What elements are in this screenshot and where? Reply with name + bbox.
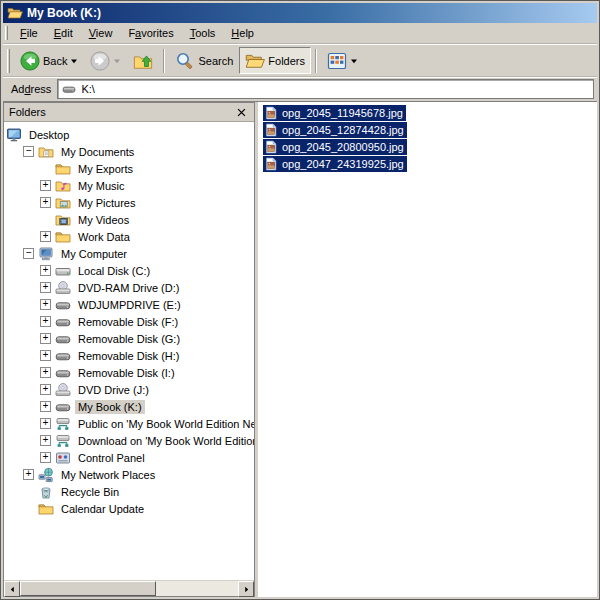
tree-expander[interactable]: +: [40, 265, 51, 276]
tree-item-public-on-my-book-world-edition-networ[interactable]: +Public on 'My Book World Edition Networ: [4, 415, 254, 432]
tree-item-my-videos[interactable]: My Videos: [4, 211, 254, 228]
tree-item-my-documents[interactable]: −My Documents: [4, 143, 254, 160]
optical-drive-icon: [55, 382, 71, 398]
control-panel-icon: [55, 450, 71, 466]
tree-item-download-on-my-book-world-edition-ne[interactable]: +Download on 'My Book World Edition Ne: [4, 432, 254, 449]
menu-file[interactable]: File: [12, 24, 46, 42]
tree-item-label: Calendar Update: [58, 502, 147, 516]
removable-disk-icon: [55, 399, 71, 415]
tree-item-label: Local Disk (C:): [75, 264, 153, 278]
views-button[interactable]: [321, 47, 364, 74]
title-bar: My Book (K:): [3, 3, 597, 23]
tree-expander[interactable]: +: [40, 435, 51, 446]
tree-expander[interactable]: +: [40, 401, 51, 412]
file-item[interactable]: opg_2045_12874428.jpg: [263, 122, 407, 138]
tree-expander[interactable]: −: [23, 146, 34, 157]
search-button[interactable]: Search: [169, 47, 239, 74]
tree-item-desktop[interactable]: Desktop: [4, 126, 254, 143]
back-button[interactable]: Back: [14, 47, 84, 74]
up-icon: [133, 51, 153, 71]
up-button[interactable]: [127, 47, 159, 74]
tree-expander[interactable]: +: [40, 350, 51, 361]
folders-button[interactable]: Folders: [239, 47, 311, 74]
tree-item-my-network-places[interactable]: +My Network Places: [4, 466, 254, 483]
address-input[interactable]: K:\: [57, 79, 594, 99]
tree-item-calendar-update[interactable]: Calendar Update: [4, 500, 254, 517]
folders-icon: [245, 51, 265, 71]
menu-favorites[interactable]: Favorites: [120, 24, 181, 42]
tree-expander[interactable]: +: [40, 367, 51, 378]
tree-item-my-computer[interactable]: −My Computer: [4, 245, 254, 262]
views-button-dropdown[interactable]: [350, 57, 358, 65]
network-drive-icon: [55, 416, 71, 432]
tree-expander[interactable]: +: [23, 469, 34, 480]
tree-expander[interactable]: +: [40, 231, 51, 242]
optical-drive-icon: [55, 280, 71, 296]
removable-disk-icon: [55, 348, 71, 364]
menu-grip[interactable]: [5, 26, 8, 40]
tree-expander[interactable]: +: [40, 384, 51, 395]
tree-item-removable-disk-g[interactable]: +Removable Disk (G:): [4, 330, 254, 347]
folders-pane-title: Folders: [9, 106, 46, 118]
forward-icon: [90, 51, 110, 71]
views-icon: [327, 51, 347, 71]
tree-item-removable-disk-i[interactable]: +Removable Disk (I:): [4, 364, 254, 381]
folder-documents-icon: [38, 144, 54, 160]
menu-tools[interactable]: Tools: [182, 24, 224, 42]
back-button-label: Back: [43, 55, 67, 67]
tree-item-label: Download on 'My Book World Edition Ne: [75, 434, 254, 448]
tree-item-work-data[interactable]: +Work Data: [4, 228, 254, 245]
tree-expander[interactable]: +: [40, 452, 51, 463]
scrollbar-thumb[interactable]: [20, 581, 156, 596]
close-icon[interactable]: [233, 105, 249, 119]
file-item[interactable]: opg_2047_24319925.jpg: [263, 156, 407, 172]
back-button-dropdown[interactable]: [70, 57, 78, 65]
scrollbar-track[interactable]: [156, 581, 238, 596]
tree-expander[interactable]: +: [40, 299, 51, 310]
tree-expander[interactable]: +: [40, 197, 51, 208]
tree-item-control-panel[interactable]: +Control Panel: [4, 449, 254, 466]
removable-disk-icon: [55, 314, 71, 330]
toolbar-grip[interactable]: [7, 49, 10, 73]
scroll-right-button[interactable]: [238, 581, 254, 597]
scroll-left-button[interactable]: [4, 581, 20, 597]
drive-icon: [62, 82, 76, 96]
tree-item-my-exports[interactable]: My Exports: [4, 160, 254, 177]
tree-expander[interactable]: +: [40, 418, 51, 429]
tree-item-dvd-ram-drive-d[interactable]: +DVD-RAM Drive (D:): [4, 279, 254, 296]
menu-help[interactable]: Help: [223, 24, 262, 42]
address-bar: Address K:\: [3, 77, 597, 101]
tree-item-dvd-drive-j[interactable]: +DVD Drive (J:): [4, 381, 254, 398]
tree-item-my-pictures[interactable]: +My Pictures: [4, 194, 254, 211]
tree-item-label: DVD-RAM Drive (D:): [75, 281, 182, 295]
horizontal-scrollbar: [4, 580, 254, 596]
tree-expander[interactable]: +: [40, 333, 51, 344]
forward-button[interactable]: [84, 47, 127, 74]
tree-item-label: Recycle Bin: [58, 485, 122, 499]
tree-expander[interactable]: +: [40, 316, 51, 327]
tree-item-removable-disk-h[interactable]: +Removable Disk (H:): [4, 347, 254, 364]
file-name: opg_2045_11945678.jpg: [282, 107, 403, 119]
menu-view[interactable]: View: [81, 24, 121, 42]
tree-expander[interactable]: +: [40, 180, 51, 191]
tree-item-my-music[interactable]: +My Music: [4, 177, 254, 194]
tree-item-label: Desktop: [26, 128, 72, 142]
tree-item-my-book-k[interactable]: +My Book (K:): [4, 398, 254, 415]
menu-bar: FileEditViewFavoritesToolsHelp: [3, 23, 597, 44]
tree-expander[interactable]: +: [40, 282, 51, 293]
tree-item-removable-disk-f[interactable]: +Removable Disk (F:): [4, 313, 254, 330]
tree-item-local-disk-c[interactable]: +Local Disk (C:): [4, 262, 254, 279]
folders-button-label: Folders: [268, 55, 305, 67]
file-item[interactable]: opg_2045_20800950.jpg: [263, 139, 407, 155]
tree-item-wdjumpdrive-e[interactable]: +WDJUMPDRIVE (E:): [4, 296, 254, 313]
forward-button-dropdown[interactable]: [113, 57, 121, 65]
tree-expander[interactable]: −: [23, 248, 34, 259]
menu-edit[interactable]: Edit: [46, 24, 81, 42]
tree-item-recycle-bin[interactable]: Recycle Bin: [4, 483, 254, 500]
file-item[interactable]: opg_2045_11945678.jpg: [263, 105, 406, 121]
toolbar-separator: [315, 49, 317, 73]
my-computer-icon: [38, 246, 54, 262]
removable-disk-icon: [55, 331, 71, 347]
window-icon[interactable]: [7, 5, 23, 21]
address-label: Address: [6, 83, 51, 95]
